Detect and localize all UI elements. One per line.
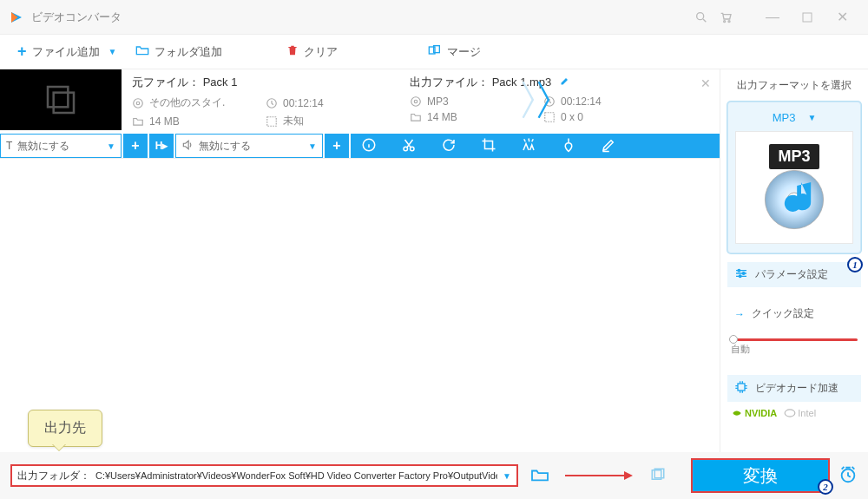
source-file-title: 元ファイル： Pack 1 [132, 75, 389, 92]
output-folder-path: C:¥Users¥Administrator¥Videos¥WonderFox … [95, 470, 497, 481]
source-duration: 00:12:14 [266, 95, 389, 110]
add-file-label: ファイル追加 [32, 44, 100, 60]
svg-rect-4 [803, 13, 812, 22]
watermark-icon[interactable] [561, 137, 576, 155]
quality-slider[interactable] [731, 338, 858, 341]
open-folder-button[interactable] [530, 467, 549, 485]
subtitle-dropdown[interactable]: T 無効にする ▼ [0, 134, 122, 158]
quick-setting-label: クイック設定 [752, 306, 814, 321]
add-file-button[interactable]: +ファイル追加 [17, 43, 100, 61]
chevron-down-icon[interactable]: ▼ [503, 471, 511, 481]
source-resolution: 未知 [266, 114, 389, 128]
output-settings-icon[interactable] [650, 467, 666, 485]
slider-label: 自動 [731, 343, 858, 356]
convert-button[interactable]: 変換 2 [691, 458, 830, 493]
svg-rect-7 [48, 87, 68, 107]
parameter-settings-button[interactable]: パラメータ設定 1 [727, 262, 861, 287]
add-file-dropdown[interactable]: ▼ [108, 47, 117, 56]
schedule-icon[interactable] [838, 465, 858, 487]
annotation-1: 1 [847, 257, 863, 272]
output-format-selector[interactable]: MP3▼ MP3 [727, 102, 861, 253]
source-format: その他のスタイ. [132, 95, 255, 110]
audio-track-dropdown[interactable]: 無効にする ▼ [175, 134, 323, 158]
subtitle-value: 無効にする [17, 139, 69, 154]
cut-icon[interactable] [401, 137, 417, 155]
svg-point-26 [785, 410, 795, 417]
conversion-arrow [521, 71, 552, 128]
chevron-down-icon: ▼ [308, 141, 317, 151]
speaker-icon [181, 139, 194, 154]
output-resolution: 0 x 0 [543, 111, 667, 123]
text-icon: T [6, 140, 12, 152]
chevron-down-icon: ▼ [807, 113, 816, 122]
svg-point-14 [414, 100, 418, 103]
clear-label: クリア [304, 44, 338, 60]
chip-icon [734, 380, 748, 397]
svg-rect-8 [54, 93, 74, 113]
output-folder-label: 出力フォルダ： [17, 469, 90, 483]
svg-point-24 [739, 275, 741, 278]
clear-button[interactable]: クリア [286, 43, 338, 60]
svg-point-2 [724, 20, 726, 22]
maximize-button[interactable] [790, 0, 825, 35]
add-subtitle-button[interactable]: + [123, 134, 148, 158]
format-thumbnail: MP3 [735, 131, 853, 244]
svg-point-9 [134, 98, 143, 108]
svg-rect-12 [267, 116, 277, 126]
merge-label: マージ [447, 44, 481, 60]
window-title: ビデオコンバータ [31, 10, 689, 25]
chevron-down-icon: ▼ [107, 141, 115, 151]
nvidia-logo: NVIDIA [731, 407, 777, 419]
param-setting-label: パラメータ設定 [755, 267, 828, 282]
cart-icon[interactable] [713, 5, 738, 30]
output-duration: 00:12:14 [543, 95, 667, 108]
svg-point-10 [136, 102, 140, 105]
output-format: MP3 [410, 95, 533, 108]
effects-icon[interactable] [521, 137, 536, 155]
add-folder-button[interactable]: フォルダ追加 [135, 44, 222, 60]
add-folder-label: フォルダ追加 [155, 44, 222, 60]
svg-point-13 [411, 97, 421, 107]
plus-icon: + [17, 43, 27, 61]
source-size: 14 MB [132, 114, 255, 128]
quick-settings-button[interactable]: → クイック設定 [727, 301, 861, 326]
app-logo [9, 10, 24, 25]
edit-output-name-icon[interactable] [560, 76, 570, 89]
svg-line-1 [703, 19, 706, 22]
audio-track-value: 無効にする [199, 139, 251, 154]
rotate-icon[interactable] [441, 137, 457, 155]
info-icon[interactable] [361, 137, 377, 155]
svg-point-3 [728, 20, 730, 22]
output-callout: 出力先 [28, 410, 102, 447]
svg-point-23 [742, 272, 745, 275]
svg-point-22 [738, 269, 740, 272]
gpu-accel-label: ビデオカード加速 [755, 381, 838, 396]
merge-button[interactable]: マージ [428, 44, 481, 60]
svg-point-0 [697, 12, 704, 19]
output-size: 14 MB [410, 111, 533, 123]
crop-icon[interactable] [481, 137, 496, 155]
convert-label: 変換 [743, 464, 778, 488]
minimize-button[interactable]: — [755, 0, 790, 35]
close-button[interactable]: ✕ [825, 0, 859, 35]
search-icon[interactable] [689, 5, 713, 30]
hardsubtitle-button[interactable]: H▸ [149, 134, 174, 158]
file-thumbnail[interactable] [0, 69, 122, 130]
red-arrow [565, 469, 635, 482]
sliders-icon [734, 267, 748, 282]
annotation-2: 2 [818, 479, 833, 495]
merge-icon [428, 44, 442, 59]
svg-rect-25 [738, 384, 745, 391]
arrow-right-icon: → [734, 308, 745, 320]
format-header: 出力フォーマットを選択 [727, 78, 861, 93]
output-folder-box[interactable]: 出力フォルダ： C:¥Users¥Administrator¥Videos¥Wo… [10, 464, 518, 487]
intel-logo: Intel [784, 407, 816, 419]
folder-icon [135, 44, 149, 59]
trash-icon [286, 43, 299, 60]
edit-icon[interactable] [601, 137, 616, 155]
file-item: ✕ 元ファイル： Pack 1 その他のスタイ. 00:12:14 14 MB [0, 69, 720, 159]
gpu-accel-toggle[interactable]: ビデオカード加速 [727, 375, 861, 402]
add-audio-button[interactable]: + [325, 134, 349, 158]
format-name: MP3 [773, 111, 796, 124]
